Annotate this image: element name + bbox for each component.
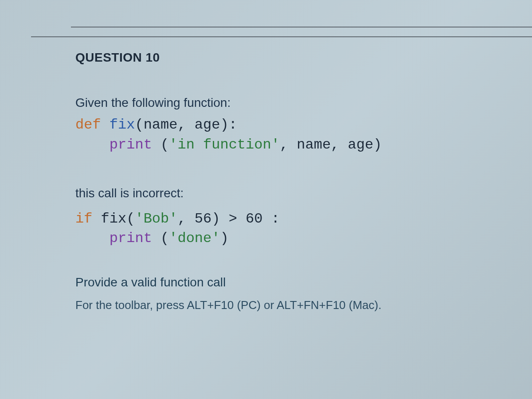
- code-incorrect-call: if fix('Bob', 56) > 60 : print ('done'): [75, 209, 519, 249]
- string-done: 'done': [169, 230, 220, 246]
- question-heading: QUESTION 10: [75, 51, 519, 65]
- code-function-def: def fix(name, age): print ('in function'…: [75, 115, 519, 155]
- question-container: QUESTION 10 Given the following function…: [0, 0, 532, 325]
- call-open: fix(: [92, 211, 135, 227]
- keyword-print2: print: [110, 230, 152, 246]
- indent2: [75, 230, 110, 246]
- paren-close: ): [220, 230, 228, 246]
- mid-text: this call is incorrect:: [75, 186, 519, 200]
- question-content: QUESTION 10 Given the following function…: [22, 37, 532, 325]
- paren-open2: (: [152, 230, 169, 246]
- keyword-if: if: [75, 211, 92, 227]
- paren-open: (: [152, 137, 169, 153]
- params: (name, age):: [135, 117, 237, 133]
- intro-text: Given the following function:: [75, 96, 519, 110]
- keyword-def: def: [75, 117, 101, 133]
- function-name: fix: [101, 117, 135, 133]
- string-bob: 'Bob': [135, 211, 177, 227]
- string-literal: 'in function': [169, 137, 280, 153]
- answer-prompt: Provide a valid function call: [75, 275, 519, 289]
- toolbar-hint: For the toolbar, press ALT+F10 (PC) or A…: [75, 298, 519, 312]
- args-rest: , name, age): [280, 137, 382, 153]
- indent: [75, 137, 110, 153]
- keyword-print: print: [110, 137, 152, 153]
- divider-top: [71, 27, 532, 27]
- after-bob: , 56) > 60 :: [177, 211, 279, 227]
